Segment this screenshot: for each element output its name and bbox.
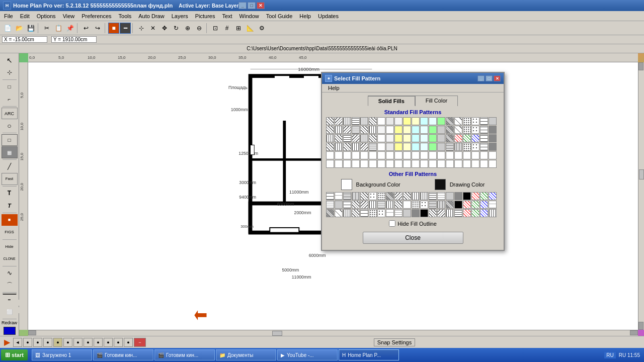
std-pattern-111[interactable] [420, 160, 428, 168]
other-pattern-15[interactable] [454, 192, 462, 200]
std-pattern-114[interactable] [446, 160, 454, 168]
std-pattern-17[interactable] [471, 117, 479, 125]
taskbar-app-1[interactable]: 🖼Загружено 1 [32, 349, 92, 360]
std-pattern-38[interactable] [480, 126, 488, 134]
std-pattern-53[interactable] [437, 134, 445, 142]
tb-settings2[interactable]: ⚙ [256, 23, 267, 34]
tb-copy[interactable]: 📋 [53, 23, 64, 34]
other-pattern-33[interactable] [437, 201, 445, 209]
other-pattern-43[interactable] [352, 209, 360, 217]
std-pattern-19[interactable] [489, 117, 497, 125]
snap-btn-3[interactable]: ● [33, 338, 42, 347]
std-pattern-58[interactable] [480, 134, 488, 142]
menu-help[interactable]: Help [296, 12, 314, 20]
std-pattern-64[interactable] [360, 143, 368, 151]
tool-text-fancy[interactable]: T [2, 200, 18, 211]
snap-btn-4[interactable]: ● [43, 338, 52, 347]
std-pattern-83[interactable] [352, 151, 360, 159]
other-pattern-45[interactable] [369, 209, 377, 217]
std-pattern-42[interactable] [343, 134, 351, 142]
other-pattern-20[interactable] [326, 201, 334, 209]
std-pattern-87[interactable] [386, 151, 394, 159]
std-pattern-18[interactable] [480, 117, 488, 125]
std-pattern-20[interactable] [326, 126, 334, 134]
other-pattern-30[interactable] [412, 201, 420, 209]
menu-autodraw[interactable]: Auto Draw [135, 12, 167, 20]
background-color-swatch[interactable] [341, 179, 352, 190]
menu-tools[interactable]: Tools [116, 12, 135, 20]
tool-pointer[interactable]: ⊹ [2, 66, 18, 78]
std-pattern-91[interactable] [420, 151, 428, 159]
std-pattern-96[interactable] [463, 151, 471, 159]
std-pattern-11[interactable] [420, 117, 428, 125]
tool-figs[interactable]: FIGS [2, 226, 18, 238]
tb-rotate[interactable]: ↻ [171, 23, 182, 34]
tool-rect-select[interactable]: □ [2, 81, 18, 93]
color-indicator[interactable] [4, 327, 16, 335]
taskbar-app-6[interactable]: HHome Plan P... [339, 349, 399, 360]
start-button[interactable]: ⊞ start [1, 349, 28, 360]
other-pattern-56[interactable] [463, 209, 471, 217]
std-pattern-112[interactable] [429, 160, 437, 168]
snap-btn-1[interactable]: ◄ [13, 338, 22, 347]
tool-fill[interactable]: ■ [2, 214, 18, 226]
std-pattern-86[interactable] [377, 151, 385, 159]
std-pattern-107[interactable] [386, 160, 394, 168]
std-pattern-93[interactable] [437, 151, 445, 159]
std-pattern-72[interactable] [429, 143, 437, 151]
other-pattern-1[interactable] [335, 192, 343, 200]
std-pattern-78[interactable] [480, 143, 488, 151]
snap-btn-12[interactable]: ● [124, 338, 133, 347]
std-pattern-73[interactable] [437, 143, 445, 151]
tb-zoom-fit[interactable]: ⊡ [210, 23, 221, 34]
std-pattern-21[interactable] [335, 126, 343, 134]
snap-btn-6[interactable]: ● [63, 338, 72, 347]
menu-edit[interactable]: Edit [17, 12, 33, 20]
tb-undo[interactable]: ↩ [80, 23, 92, 34]
std-pattern-99[interactable] [489, 151, 497, 159]
tb-measure[interactable]: 📐 [245, 23, 256, 34]
other-pattern-36[interactable] [463, 201, 471, 209]
menu-view[interactable]: View [60, 12, 78, 20]
close-dialog-button[interactable]: Close [363, 232, 463, 244]
taskbar-app-2[interactable]: 🎬Готовим кин... [93, 349, 153, 360]
other-pattern-27[interactable] [386, 201, 394, 209]
other-pattern-6[interactable] [377, 192, 385, 200]
other-pattern-16[interactable] [463, 192, 471, 200]
tb-zoom-out[interactable]: ⊖ [194, 23, 205, 34]
other-pattern-37[interactable] [471, 201, 479, 209]
other-pattern-48[interactable] [394, 209, 403, 217]
other-pattern-2[interactable] [343, 192, 351, 200]
tb-delete[interactable]: ✕ [147, 23, 158, 34]
other-pattern-10[interactable] [412, 192, 420, 200]
std-pattern-71[interactable] [420, 143, 428, 151]
other-pattern-38[interactable] [480, 201, 488, 209]
tb-cut[interactable]: ✂ [41, 23, 52, 34]
snap-settings-button[interactable]: Snap Settings [374, 338, 416, 346]
std-pattern-46[interactable] [377, 134, 385, 142]
tb-move[interactable]: ✥ [159, 23, 170, 34]
other-pattern-7[interactable] [386, 192, 394, 200]
std-pattern-92[interactable] [429, 151, 437, 159]
menu-file[interactable]: File [1, 12, 16, 20]
std-pattern-15[interactable] [454, 117, 462, 125]
std-pattern-48[interactable] [394, 134, 403, 142]
std-pattern-108[interactable] [394, 160, 403, 168]
snap-btn-2[interactable]: ● [23, 338, 32, 347]
other-pattern-26[interactable] [377, 201, 385, 209]
std-pattern-26[interactable] [377, 126, 385, 134]
tool-fast[interactable]: Fast [2, 173, 18, 185]
std-pattern-94[interactable] [446, 151, 454, 159]
snap-btn-7[interactable]: ● [73, 338, 83, 347]
other-pattern-0[interactable] [326, 192, 334, 200]
tb-color-fill[interactable]: ■ [108, 23, 119, 34]
taskbar-app-3[interactable]: 🎬Готовим кин... [154, 349, 215, 360]
tb-select[interactable]: ⊹ [136, 23, 147, 34]
std-pattern-67[interactable] [386, 143, 394, 151]
std-pattern-88[interactable] [394, 151, 403, 159]
std-pattern-43[interactable] [352, 134, 360, 142]
tool-rect[interactable]: □ [2, 134, 18, 146]
other-pattern-34[interactable] [446, 201, 454, 209]
tb-save[interactable]: 💾 [25, 23, 36, 34]
snap-end-btn[interactable]: − [134, 338, 146, 347]
